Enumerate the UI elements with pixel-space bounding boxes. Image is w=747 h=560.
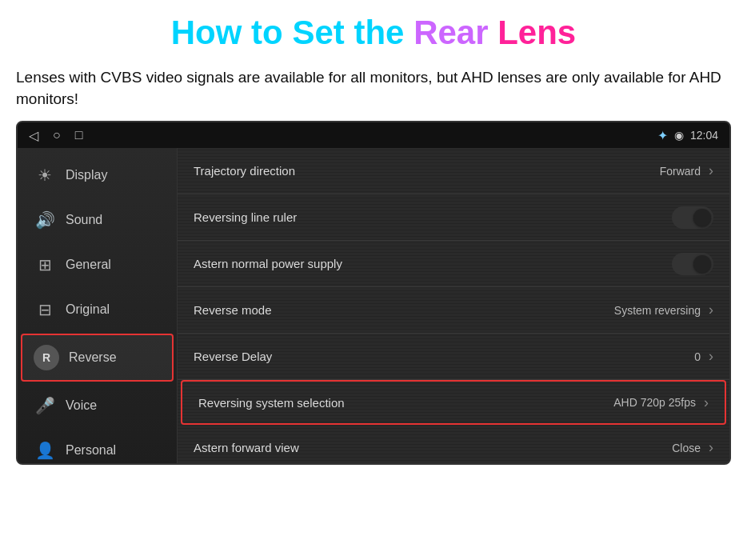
display-icon: ☀ <box>34 166 56 185</box>
nav-controls: ◁ ○ □ <box>29 128 82 143</box>
title-set: the <box>354 14 413 51</box>
location-icon: ◉ <box>674 129 684 142</box>
setting-trajectory[interactable]: Trajectory direction Forward › <box>178 148 729 194</box>
setting-astern-forward[interactable]: Astern forward view Close › <box>178 425 729 463</box>
header: How to Set the Rear Lens <box>0 0 747 59</box>
sidebar-item-original[interactable]: ⊟ Original <box>18 287 177 332</box>
astern-forward-chevron: › <box>709 439 713 456</box>
setting-reversing-ruler[interactable]: Reversing line ruler <box>178 194 729 241</box>
reversing-ruler-label: Reversing line ruler <box>194 210 297 224</box>
title-how: How to <box>171 14 293 51</box>
astern-power-label: Astern normal power supply <box>194 257 342 270</box>
reverse-mode-chevron: › <box>709 302 713 318</box>
page-title: How to Set the Rear Lens <box>16 14 731 51</box>
reversing-system-value-text: AHD 720p 25fps <box>613 396 696 409</box>
recents-button[interactable]: □ <box>75 128 83 142</box>
astern-forward-value: Close › <box>672 439 713 456</box>
sidebar-label-original: Original <box>66 302 110 317</box>
reversing-ruler-value <box>672 206 713 229</box>
astern-forward-value-text: Close <box>672 442 701 454</box>
sidebar-label-personal: Personal <box>66 443 116 458</box>
setting-reverse-mode[interactable]: Reverse mode System reversing › <box>178 287 729 334</box>
back-button[interactable]: ◁ <box>29 128 38 143</box>
trajectory-label: Trajectory direction <box>194 164 295 178</box>
status-bar: ◁ ○ □ ✦ ◉ 12:04 <box>18 122 729 148</box>
astern-power-toggle[interactable] <box>672 253 713 275</box>
reverse-mode-label: Reverse mode <box>194 303 272 317</box>
reverse-delay-label: Reverse Delay <box>194 350 272 363</box>
reverse-delay-value-text: 0 <box>694 350 701 363</box>
reversing-system-chevron: › <box>704 394 709 411</box>
reverse-icon: R <box>34 345 59 370</box>
sidebar: ☀ Display 🔊 Sound ⊞ General ⊟ Original R <box>18 148 178 463</box>
setting-astern-power[interactable]: Astern normal power supply <box>178 241 729 287</box>
sidebar-item-display[interactable]: ☀ Display <box>18 153 177 198</box>
reverse-delay-chevron: › <box>709 348 713 365</box>
status-indicators: ✦ ◉ 12:04 <box>657 128 718 143</box>
device-frame: ◁ ○ □ ✦ ◉ 12:04 ☀ Display 🔊 Sound <box>16 121 731 465</box>
voice-icon: 🎤 <box>34 396 56 415</box>
clock: 12:04 <box>690 129 718 142</box>
reversing-system-value: AHD 720p 25fps › <box>613 394 709 411</box>
sidebar-label-display: Display <box>66 168 107 182</box>
reverse-mode-value-text: System reversing <box>614 304 701 317</box>
reverse-delay-value: 0 › <box>694 348 713 365</box>
setting-reverse-delay[interactable]: Reverse Delay 0 › <box>178 334 729 380</box>
main-content: ☀ Display 🔊 Sound ⊞ General ⊟ Original R <box>18 148 729 463</box>
sidebar-item-general[interactable]: ⊞ General <box>18 242 177 287</box>
sidebar-item-voice[interactable]: 🎤 Voice <box>18 383 177 428</box>
subtitle-text: Lenses with CVBS video signals are avail… <box>16 67 731 110</box>
sound-icon: 🔊 <box>34 210 56 230</box>
settings-panel: Trajectory direction Forward › Reversing… <box>178 148 729 463</box>
sidebar-label-general: General <box>66 258 111 272</box>
reverse-mode-value: System reversing › <box>614 302 713 318</box>
page-container: How to Set the Rear Lens Lenses with CVB… <box>0 0 747 465</box>
trajectory-value: Forward › <box>660 162 713 179</box>
sidebar-label-reverse: Reverse <box>69 350 117 365</box>
home-button[interactable]: ○ <box>53 128 61 142</box>
sidebar-item-reverse[interactable]: R Reverse <box>21 334 174 382</box>
reversing-system-label: Reversing system selection <box>198 396 345 410</box>
title-lens: Lens <box>497 14 576 51</box>
sidebar-label-voice: Voice <box>66 398 97 413</box>
astern-power-value <box>672 253 713 275</box>
bluetooth-icon: ✦ <box>657 128 668 143</box>
trajectory-chevron: › <box>709 162 713 179</box>
astern-forward-label: Astern forward view <box>194 441 299 454</box>
reversing-ruler-toggle[interactable] <box>672 206 713 229</box>
title-to: Set <box>292 14 354 51</box>
sidebar-label-sound: Sound <box>66 213 102 227</box>
sidebar-item-sound[interactable]: 🔊 Sound <box>18 198 177 242</box>
trajectory-value-text: Forward <box>660 165 701 178</box>
title-rear: Rear <box>413 14 497 51</box>
original-icon: ⊟ <box>34 300 56 319</box>
general-icon: ⊞ <box>34 255 56 274</box>
sidebar-item-personal[interactable]: 👤 Personal <box>18 428 177 463</box>
setting-reversing-system[interactable]: Reversing system selection AHD 720p 25fp… <box>181 380 726 425</box>
personal-icon: 👤 <box>34 441 56 460</box>
